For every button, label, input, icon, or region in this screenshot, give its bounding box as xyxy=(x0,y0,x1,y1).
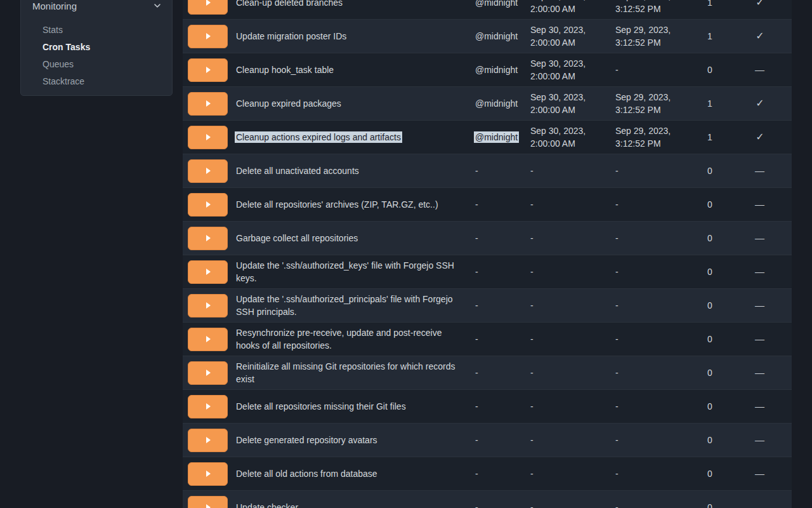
task-exec-count: 0 xyxy=(691,400,728,413)
task-exec-count: 0 xyxy=(691,366,728,379)
table-row: Clean-up deleted branches @midnight Sep … xyxy=(183,0,792,20)
task-name: Clean-up deleted branches xyxy=(236,0,343,8)
task-schedule-cell: - xyxy=(475,501,530,508)
run-task-button[interactable] xyxy=(188,260,228,284)
task-next-run: - xyxy=(530,333,615,345)
task-name: Delete generated repository avatars xyxy=(236,435,377,445)
run-task-button[interactable] xyxy=(188,193,228,217)
play-icon xyxy=(206,67,211,73)
run-task-button[interactable] xyxy=(188,496,228,508)
task-name-cell: Cleanup actions expired logs and artifac… xyxy=(236,131,475,144)
run-button-cell xyxy=(183,58,236,82)
table-row: Resynchronize pre-receive, update and po… xyxy=(183,323,792,356)
task-name-cell: Reinitialize all missing Git repositorie… xyxy=(236,360,475,385)
task-name-cell: Update the '.ssh/authorized_principals' … xyxy=(236,293,475,318)
task-last-run: Sep 29, 2023, 3:12:52 PM xyxy=(615,23,691,49)
task-schedule-cell: @midnight xyxy=(475,97,530,110)
task-exec-count: 0 xyxy=(691,265,728,278)
task-schedule-cell: - xyxy=(475,232,530,244)
run-task-button[interactable] xyxy=(188,429,228,452)
task-schedule-cell: - xyxy=(475,400,530,413)
run-task-button[interactable] xyxy=(188,58,228,82)
run-task-button[interactable] xyxy=(188,126,228,149)
dash-icon: — xyxy=(728,164,792,177)
play-icon xyxy=(206,336,211,342)
task-schedule: - xyxy=(475,233,478,243)
task-name-cell: Update migration poster IDs xyxy=(236,30,475,43)
sidebar-item-cron-tasks[interactable]: Cron Tasks xyxy=(21,38,172,55)
task-exec-count: 0 xyxy=(691,64,728,76)
task-schedule: - xyxy=(475,300,478,311)
task-name: Reinitialize all missing Git repositorie… xyxy=(236,361,455,384)
task-last-run: - xyxy=(615,265,691,278)
dash-icon: — xyxy=(728,467,792,480)
task-last-run: Sep 29, 2023, 3:12:52 PM xyxy=(615,91,691,116)
task-exec-count: 0 xyxy=(691,299,728,312)
task-last-run: - xyxy=(615,164,691,177)
task-schedule-cell: @midnight xyxy=(475,30,530,43)
task-schedule-cell: - xyxy=(475,299,530,312)
task-name: Cleanup actions expired logs and artifac… xyxy=(235,131,402,143)
chevron-down-icon xyxy=(153,1,162,10)
task-last-run: - xyxy=(615,467,691,480)
dash-icon: — xyxy=(728,400,792,413)
task-name-cell: Cleanup expired packages xyxy=(236,97,475,110)
run-task-button[interactable] xyxy=(188,227,228,250)
table-row: Garbage collect all repositories - - - 0… xyxy=(183,222,792,255)
task-last-run: - xyxy=(615,64,691,76)
run-button-cell xyxy=(183,25,236,48)
table-row: Reinitialize all missing Git repositorie… xyxy=(183,356,792,390)
task-next-run: - xyxy=(530,232,615,244)
task-next-run: Sep 30, 2023, 2:00:00 AM xyxy=(530,23,615,49)
task-schedule: - xyxy=(475,469,478,479)
task-name-cell: Resynchronize pre-receive, update and po… xyxy=(236,326,475,352)
task-name: Resynchronize pre-receive, update and po… xyxy=(236,328,442,351)
task-last-run: - xyxy=(615,434,691,446)
task-exec-count: 0 xyxy=(691,501,728,508)
run-task-button[interactable] xyxy=(188,25,228,48)
run-task-button[interactable] xyxy=(188,361,228,385)
task-exec-count: 0 xyxy=(691,198,728,211)
task-exec-count: 0 xyxy=(691,164,728,177)
run-task-button[interactable] xyxy=(188,294,228,318)
play-icon xyxy=(206,134,211,140)
sidebar-item-stacktrace[interactable]: Stacktrace xyxy=(21,72,172,90)
task-schedule-cell: - xyxy=(475,265,530,278)
run-button-cell xyxy=(183,126,236,149)
dash-icon: — xyxy=(728,501,792,508)
run-task-button[interactable] xyxy=(188,328,228,351)
monitoring-accordion-header[interactable]: Monitoring xyxy=(21,0,172,16)
task-schedule: @midnight xyxy=(475,31,518,41)
task-name: Delete all old actions from database xyxy=(236,469,377,479)
task-exec-count: 0 xyxy=(691,434,728,446)
task-last-run: - xyxy=(615,400,691,413)
run-task-button[interactable] xyxy=(188,462,228,486)
run-task-button[interactable] xyxy=(188,159,228,183)
task-exec-count: 1 xyxy=(691,97,728,110)
run-button-cell xyxy=(183,193,236,217)
task-name: Update the '.ssh/authorized_principals' … xyxy=(236,294,453,317)
play-icon xyxy=(206,235,211,241)
task-schedule: - xyxy=(475,334,478,344)
run-button-cell xyxy=(183,395,236,418)
run-task-button[interactable] xyxy=(188,395,228,418)
task-schedule: - xyxy=(475,199,478,210)
sidebar-item-stats[interactable]: Stats xyxy=(21,21,172,38)
run-button-cell xyxy=(183,92,236,116)
play-icon xyxy=(206,100,211,107)
task-last-run: - xyxy=(615,333,691,345)
play-icon xyxy=(206,168,211,174)
task-schedule: @midnight xyxy=(475,0,518,8)
run-task-button[interactable] xyxy=(188,92,228,116)
sidebar-item-queues[interactable]: Queues xyxy=(21,55,172,72)
run-task-button[interactable] xyxy=(188,0,228,15)
task-last-run: - xyxy=(615,232,691,244)
task-last-run: Sep 29, 2023, 3:12:52 PM xyxy=(615,0,691,15)
play-icon xyxy=(206,403,211,410)
task-exec-count: 1 xyxy=(691,30,728,43)
task-name: Update migration poster IDs xyxy=(236,31,346,41)
task-schedule: @midnight xyxy=(475,98,518,109)
check-icon: ✓ xyxy=(728,131,792,144)
task-next-run: - xyxy=(530,467,615,480)
task-schedule-cell: @midnight xyxy=(475,64,530,76)
